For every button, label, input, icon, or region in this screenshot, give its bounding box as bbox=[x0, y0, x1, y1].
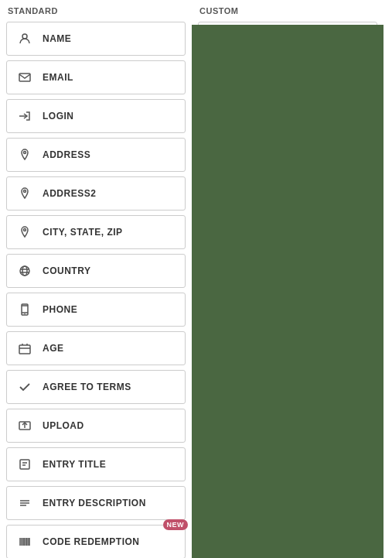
barcode-icon bbox=[16, 533, 33, 550]
field-phone[interactable]: PHONE bbox=[6, 293, 186, 327]
field-code-redemption[interactable]: NEW CODE REDEMPTION bbox=[6, 525, 186, 558]
field-upload-label: UPLOAD bbox=[43, 420, 84, 431]
entry-desc-icon bbox=[16, 495, 33, 512]
svg-point-3 bbox=[24, 152, 26, 154]
field-name[interactable]: NAME bbox=[6, 22, 186, 56]
field-name-label: NAME bbox=[43, 33, 71, 44]
field-email-label: EMAIL bbox=[43, 72, 73, 83]
new-badge-code-redemption: NEW bbox=[163, 519, 189, 530]
age-icon bbox=[16, 340, 33, 357]
field-country-label: COUNTRY bbox=[43, 265, 90, 276]
phone-icon bbox=[16, 301, 33, 318]
field-entry-description-label: ENTRY DESCRIPTION bbox=[43, 498, 146, 508]
field-country[interactable]: COUNTRY bbox=[6, 254, 186, 288]
field-login-label: LOGIN bbox=[43, 111, 74, 122]
standard-section-label: STANDARD bbox=[6, 6, 186, 15]
field-address2-label: ADDRESS2 bbox=[43, 188, 96, 199]
field-age[interactable]: AGE bbox=[6, 331, 186, 365]
svg-rect-18 bbox=[20, 460, 29, 469]
field-city-state-zip-label: CITY, STATE, ZIP bbox=[43, 227, 123, 238]
address2-icon bbox=[16, 185, 33, 202]
email-icon bbox=[16, 69, 33, 86]
address-icon bbox=[16, 146, 33, 163]
entry-title-icon bbox=[16, 456, 33, 473]
svg-point-7 bbox=[22, 266, 27, 276]
login-icon bbox=[16, 108, 33, 125]
field-entry-title-label: ENTRY TITLE bbox=[43, 459, 106, 470]
svg-point-4 bbox=[24, 190, 26, 193]
field-code-redemption-label: CODE REDEMPTION bbox=[43, 536, 140, 547]
custom-section-label: CUSTOM bbox=[198, 6, 377, 15]
field-phone-label: PHONE bbox=[43, 304, 77, 315]
field-entry-title[interactable]: ENTRY TITLE bbox=[6, 447, 186, 481]
field-upload[interactable]: UPLOAD bbox=[6, 409, 186, 443]
field-agree-terms-label: AGREE TO TERMS bbox=[43, 382, 131, 392]
svg-point-6 bbox=[20, 266, 29, 276]
field-address[interactable]: ADDRESS bbox=[6, 138, 186, 172]
field-email[interactable]: EMAIL bbox=[6, 60, 186, 94]
svg-rect-14 bbox=[19, 345, 30, 354]
field-login[interactable]: LOGIN bbox=[6, 99, 186, 133]
field-entry-description[interactable]: ENTRY DESCRIPTION bbox=[6, 486, 186, 520]
field-age-label: AGE bbox=[43, 343, 64, 354]
field-address2[interactable]: ADDRESS2 bbox=[6, 176, 186, 211]
city-icon bbox=[16, 224, 33, 241]
svg-point-0 bbox=[22, 34, 27, 39]
svg-point-5 bbox=[24, 229, 26, 231]
svg-point-13 bbox=[24, 313, 25, 314]
field-city-state-zip[interactable]: CITY, STATE, ZIP bbox=[6, 215, 186, 249]
green-panel bbox=[192, 25, 383, 558]
check-icon bbox=[16, 378, 33, 395]
field-address-label: ADDRESS bbox=[43, 149, 90, 160]
globe-icon bbox=[16, 262, 33, 279]
person-icon bbox=[16, 30, 33, 47]
upload-icon bbox=[16, 417, 33, 434]
field-agree-terms[interactable]: AGREE TO TERMS bbox=[6, 370, 186, 404]
svg-rect-1 bbox=[19, 74, 30, 81]
